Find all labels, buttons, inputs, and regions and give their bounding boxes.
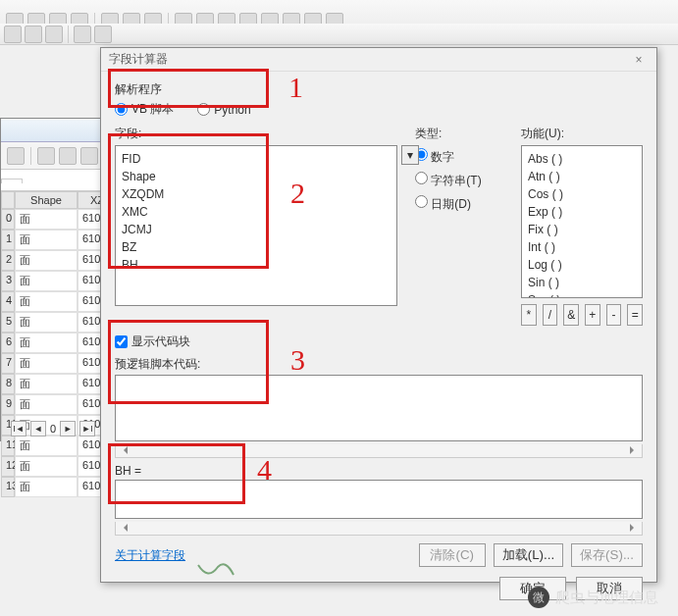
row-header-blank xyxy=(1,191,15,209)
function-item[interactable]: Fix ( ) xyxy=(528,221,636,238)
watermark: 微 爬虫与地理信息 xyxy=(528,587,658,608)
parser-label: 解析程序 xyxy=(115,81,643,98)
toolbar-icon[interactable] xyxy=(7,147,25,165)
field-calculator-dialog: 字段计算器 × 解析程序 VB 脚本 Python 字段: FIDShap xyxy=(100,47,657,583)
col-shape[interactable]: Shape xyxy=(15,191,78,209)
prelogic-textarea[interactable] xyxy=(115,375,643,441)
function-item[interactable]: Sin ( ) xyxy=(528,274,636,291)
decorative-squiggle xyxy=(196,561,235,583)
type-label: 类型: xyxy=(415,126,503,142)
operator-button[interactable]: / xyxy=(543,304,558,326)
clear-button[interactable]: 清除(C) xyxy=(419,543,486,567)
radio-python[interactable] xyxy=(197,103,210,116)
toolbar-icon[interactable] xyxy=(25,26,42,43)
parser-vb-radio[interactable]: VB 脚本 xyxy=(115,101,174,118)
field-item[interactable]: FID xyxy=(122,150,391,168)
toolbar-icon[interactable] xyxy=(80,147,98,165)
functions-listbox[interactable]: Abs ( )Atn ( )Cos ( )Exp ( )Fix ( )Int (… xyxy=(521,145,643,298)
function-item[interactable]: Exp ( ) xyxy=(528,203,636,221)
expression-textarea[interactable] xyxy=(115,480,643,519)
main-toolbar-row2 xyxy=(0,24,678,45)
nav-last-icon[interactable]: ►I xyxy=(79,421,95,436)
toolbar-icon[interactable] xyxy=(37,147,55,165)
type-number-radio[interactable]: 数字 xyxy=(415,148,503,166)
nav-position: 0 xyxy=(50,423,56,435)
function-item[interactable]: Abs ( ) xyxy=(528,150,636,168)
dialog-titlebar[interactable]: 字段计算器 × xyxy=(101,48,656,72)
field-item[interactable]: XZQDM xyxy=(122,185,391,203)
field-item[interactable]: XMC xyxy=(122,203,391,221)
function-item[interactable]: Log ( ) xyxy=(528,256,636,274)
type-date-radio[interactable]: 日期(D) xyxy=(415,195,503,213)
table-tab[interactable] xyxy=(1,179,23,183)
toolbar-icon[interactable] xyxy=(45,26,63,43)
dialog-title: 字段计算器 xyxy=(109,51,629,68)
nav-next-icon[interactable]: ► xyxy=(60,421,76,436)
toolbar-icon[interactable] xyxy=(4,26,22,43)
watermark-icon: 微 xyxy=(528,587,549,608)
operator-button[interactable]: + xyxy=(585,304,600,326)
radio-vb[interactable] xyxy=(115,103,128,116)
close-icon[interactable]: × xyxy=(629,53,649,67)
load-button[interactable]: 加载(L)... xyxy=(494,543,563,567)
h-scrollbar[interactable] xyxy=(115,444,643,458)
h-scrollbar[interactable] xyxy=(115,522,643,536)
toolbar-icon[interactable] xyxy=(59,147,77,165)
function-item[interactable]: Sqr ( ) xyxy=(528,291,636,298)
field-item[interactable]: BH xyxy=(122,256,391,274)
type-string-radio[interactable]: 字符串(T) xyxy=(415,172,503,189)
nav-first-icon[interactable]: I◄ xyxy=(11,421,26,436)
save-button[interactable]: 保存(S)... xyxy=(571,543,643,567)
fields-label: 字段: xyxy=(115,126,397,142)
toolbar-icon[interactable] xyxy=(94,26,112,43)
field-item[interactable]: JCMJ xyxy=(122,221,391,238)
fields-listbox[interactable]: FIDShapeXZQDMXMCJCMJBZBH xyxy=(115,145,397,306)
operator-button[interactable]: - xyxy=(606,304,622,326)
functions-label: 功能(U): xyxy=(521,126,643,142)
about-link[interactable]: 关于计算字段 xyxy=(115,547,185,564)
expression-label: BH = xyxy=(115,464,643,478)
function-item[interactable]: Atn ( ) xyxy=(528,168,636,185)
field-item[interactable]: BZ xyxy=(122,238,391,256)
codeblock-check[interactable] xyxy=(115,335,128,348)
operator-button[interactable]: & xyxy=(563,304,579,326)
operator-button[interactable]: * xyxy=(521,304,537,326)
show-codeblock-checkbox[interactable]: 显示代码块 xyxy=(115,334,643,350)
parser-python-radio[interactable]: Python xyxy=(197,103,250,117)
fields-dropdown-icon[interactable]: ▾ xyxy=(401,145,419,165)
record-navigator: I◄ ◄ 0 ► ►I xyxy=(11,421,95,436)
prelogic-label: 预逻辑脚本代码: xyxy=(115,356,643,373)
function-item[interactable]: Int ( ) xyxy=(528,238,636,256)
field-item[interactable]: Shape xyxy=(122,168,391,185)
function-item[interactable]: Cos ( ) xyxy=(528,185,636,203)
operator-button[interactable]: = xyxy=(627,304,643,326)
toolbar-icon[interactable] xyxy=(74,26,91,43)
nav-prev-icon[interactable]: ◄ xyxy=(30,421,46,436)
